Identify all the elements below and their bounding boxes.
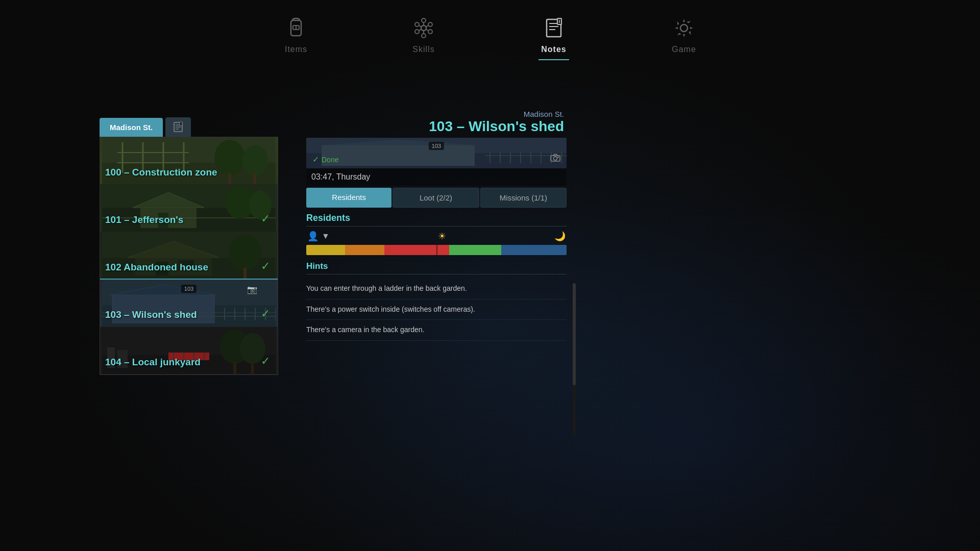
location-label-101: 101 – Jefferson's xyxy=(105,214,183,226)
location-label-104: 104 – Local junkyard xyxy=(105,357,201,368)
check-103: ✓ xyxy=(261,307,270,320)
hints-title: Hints xyxy=(306,261,567,274)
svg-line-12 xyxy=(426,29,428,31)
right-header: Madison St. 103 – Wilson's shed xyxy=(306,110,567,135)
residents-section-title: Residents xyxy=(306,213,567,227)
location-label-102: 102 Abandoned house xyxy=(105,262,208,273)
svg-rect-79 xyxy=(233,362,236,374)
right-panel-scrollbar[interactable] xyxy=(573,283,576,436)
location-list: 100 – Construction zone 1 xyxy=(100,137,278,375)
svg-point-7 xyxy=(422,34,426,38)
top-navigation: Items Skills xyxy=(0,0,980,60)
gear-icon xyxy=(671,15,697,41)
hint-item-0: You can enter through a ladder in the ba… xyxy=(306,279,567,299)
location-title: 103 – Wilson's shed xyxy=(306,118,564,135)
nav-label-skills: Skills xyxy=(412,45,434,54)
svg-rect-83 xyxy=(322,145,475,166)
nav-label-notes: Notes xyxy=(541,45,566,54)
svg-line-15 xyxy=(419,26,422,27)
content-tab-bar: Residents Loot (2/2) Missions (1/1) xyxy=(306,188,567,208)
svg-point-22 xyxy=(680,24,688,32)
sun-icon: ☀ xyxy=(438,231,446,242)
svg-point-3 xyxy=(421,26,426,31)
check-102: ✓ xyxy=(261,260,270,273)
notes-icon xyxy=(541,15,567,41)
svg-rect-38 xyxy=(228,173,231,185)
svg-point-5 xyxy=(428,22,432,27)
svg-point-95 xyxy=(554,157,557,160)
svg-point-37 xyxy=(242,145,268,176)
right-panel: Madison St. 103 – Wilson's shed 103 ✓ Do… xyxy=(306,110,567,341)
street-name: Madison St. xyxy=(306,110,564,118)
nav-item-game[interactable]: Game xyxy=(671,15,697,54)
svg-point-9 xyxy=(415,22,419,27)
svg-rect-39 xyxy=(254,173,256,185)
location-item-104[interactable]: 104 – Local junkyard ✓ xyxy=(100,327,278,374)
svg-point-6 xyxy=(428,30,432,34)
location-tabs: Madison St. xyxy=(100,117,278,137)
location-preview: 103 ✓ Done xyxy=(306,138,567,168)
location-item-101[interactable]: 101 – Jefferson's ✓ xyxy=(100,185,278,232)
time-bar: 03:47, Thursday xyxy=(306,168,567,186)
done-check-icon: ✓ xyxy=(312,155,319,164)
nav-item-notes[interactable]: Notes xyxy=(538,15,569,60)
svg-rect-27 xyxy=(180,122,182,126)
scrollbar-thumb xyxy=(573,283,576,385)
location-label-103: 103 – Wilson's shed xyxy=(105,309,197,320)
skills-icon xyxy=(411,15,436,41)
hint-item-2: There's a camera in the back garden. xyxy=(306,320,567,341)
tab-loot[interactable]: Loot (2/2) xyxy=(393,188,479,208)
svg-rect-96 xyxy=(557,157,559,158)
backpack-icon xyxy=(283,15,309,41)
time-display: 03:47, Thursday xyxy=(311,172,370,182)
num-badge-103: 103 xyxy=(181,285,197,293)
nav-item-items[interactable]: Items xyxy=(283,15,309,54)
nav-label-items: Items xyxy=(285,45,307,54)
location-item-102[interactable]: 102 Abandoned house ✓ xyxy=(100,232,278,280)
nav-label-game: Game xyxy=(672,45,696,54)
person-icon: 👤 xyxy=(307,231,318,242)
svg-rect-80 xyxy=(251,362,254,374)
hint-item-1: There's a power switch inside (switches … xyxy=(306,299,567,320)
done-label: Done xyxy=(322,156,338,164)
svg-point-4 xyxy=(422,18,426,22)
check-101: ✓ xyxy=(261,212,270,226)
preview-camera-icon xyxy=(550,154,560,164)
location-label-100: 100 – Construction zone xyxy=(105,167,217,178)
svg-point-54 xyxy=(229,234,261,271)
location-item-103[interactable]: 103 📷 103 – Wilson's shed ✓ xyxy=(100,280,278,327)
chart-icons-row: 👤 ▼ ☀ 🌙 xyxy=(306,231,567,242)
done-button[interactable]: ✓ Done xyxy=(312,155,338,164)
preview-num-badge: 103 xyxy=(429,142,444,150)
svg-rect-55 xyxy=(243,268,247,280)
filter-icon: ▼ xyxy=(322,232,330,241)
camera-icon-103: 📷 xyxy=(247,285,257,294)
svg-line-14 xyxy=(419,29,422,31)
time-gradient-bar xyxy=(306,245,567,255)
check-104: ✓ xyxy=(261,355,270,368)
tab-missions[interactable]: Missions (1/1) xyxy=(480,188,567,208)
moon-icon: 🌙 xyxy=(554,231,566,242)
svg-point-36 xyxy=(214,140,245,176)
tab-notes-small[interactable] xyxy=(165,117,191,137)
left-panel: Madison St. xyxy=(100,117,278,375)
nav-item-skills[interactable]: Skills xyxy=(411,15,436,54)
svg-point-8 xyxy=(415,30,419,34)
location-item-100[interactable]: 100 – Construction zone xyxy=(100,137,278,185)
svg-line-11 xyxy=(426,26,428,27)
hints-section: Hints You can enter through a ladder in … xyxy=(306,261,567,341)
tab-location[interactable]: Madison St. xyxy=(100,118,163,137)
tab-residents[interactable]: Residents xyxy=(306,188,391,208)
